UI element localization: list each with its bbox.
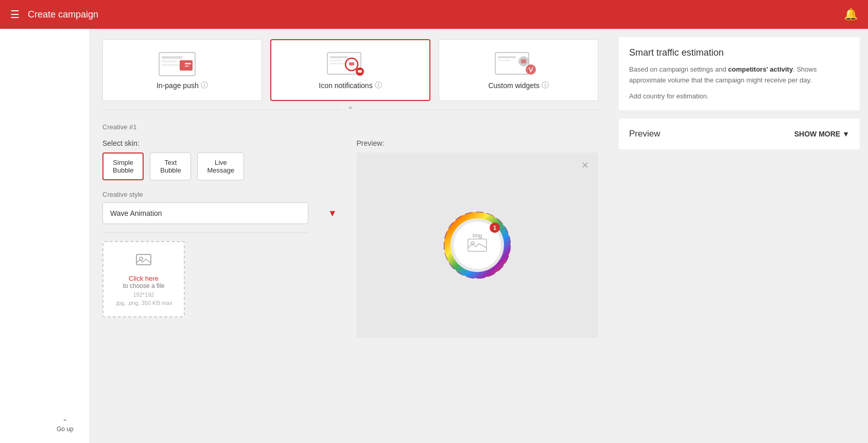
preview-section: Preview: ✕ [357,139,599,338]
skin-simple-bubble-button[interactable]: SimpleBubble [102,152,144,180]
page-wrapper: In-page push ⓘ Icon notifications [0,29,868,443]
skin-live-message-button[interactable]: LiveMessage [197,152,244,180]
bell-icon[interactable]: 🔔 [844,8,858,21]
preview-panel-row: Preview SHOW MORE ▼ [629,129,849,139]
wave-ring-svg: Img 1 [441,209,513,281]
go-up-button[interactable]: ⌃ Go up [57,418,74,433]
preview-panel-title: Preview [629,129,660,139]
upload-size-text: 192*192 [114,292,173,298]
creative-style-label: Creative style [102,191,344,198]
preview-panel-card: Preview SHOW MORE ▼ [619,118,860,149]
in-page-push-info-icon[interactable]: ⓘ [201,81,208,90]
svg-rect-14 [358,70,362,73]
upload-divider [102,232,308,233]
upload-icon [114,252,173,270]
hamburger-icon[interactable]: ☰ [10,8,20,21]
svg-rect-19 [521,59,526,63]
in-page-push-label: In-page push ⓘ [157,81,208,90]
wave-animation-preview: Img 1 [441,209,513,281]
right-panel: Smart traffic estimation Based on campai… [611,29,868,443]
svg-rect-2 [162,60,177,62]
upload-area[interactable]: Click here to choose a file 192*192 .jpg… [102,241,185,317]
section-divider-row: ⌃ [102,105,598,115]
app-header: ☰ Create campaign 🔔 [0,0,868,29]
campaign-type-in-page-push[interactable]: In-page push ⓘ [102,39,262,101]
creative-section-label: Creative #1 [102,123,598,131]
skin-buttons-row: SimpleBubble TextBubble LiveMessage [102,152,344,180]
traffic-card-description: Based on campaign settings and competito… [629,64,849,86]
add-country-text: Add country for estimation. [629,92,849,100]
page-title: Create campaign [28,9,98,20]
creative-layout: Select skin: SimpleBubble TextBubble Liv… [102,139,598,338]
header-left: ☰ Create campaign [10,8,98,21]
svg-rect-12 [349,62,354,65]
custom-widgets-label: Custom widgets ⓘ [488,81,549,90]
preview-close-icon[interactable]: ✕ [581,160,589,171]
campaign-type-row: In-page push ⓘ Icon notifications [102,39,598,101]
svg-text:1: 1 [493,225,496,231]
icon-notifications-icon [325,50,376,81]
divider-left [102,110,341,110]
show-more-button[interactable]: SHOW MORE ▼ [794,130,849,138]
creative-style-select[interactable]: Wave Animation Static Pulse Bounce [102,202,308,224]
campaign-type-icon-notifications[interactable]: Icon notifications ⓘ [270,39,431,101]
svg-rect-21 [136,254,151,265]
custom-widgets-icon [493,50,544,81]
svg-rect-3 [162,64,180,66]
svg-point-20 [526,64,536,75]
sidebar [0,29,90,443]
in-page-push-icon [157,50,208,81]
icon-notifications-label: Icon notifications ⓘ [319,81,381,90]
svg-rect-16 [498,56,516,58]
creative-controls: Select skin: SimpleBubble TextBubble Liv… [102,139,344,338]
go-up-label: Go up [57,425,74,433]
svg-rect-17 [498,60,511,61]
upload-click-text: Click here [114,275,173,282]
svg-rect-1 [162,56,182,59]
go-up-chevron-icon: ⌃ [62,418,67,425]
skin-label: Select skin: [102,139,344,147]
skin-text-bubble-button[interactable]: TextBubble [150,152,191,180]
main-content: In-page push ⓘ Icon notifications [90,29,611,443]
creative-style-dropdown: Wave Animation Static Pulse Bounce ▼ [102,202,344,224]
svg-rect-5 [185,63,191,64]
custom-widgets-info-icon[interactable]: ⓘ [542,81,549,90]
svg-rect-6 [185,65,189,67]
icon-notifications-info-icon[interactable]: ⓘ [375,81,382,90]
preview-box: ✕ [357,152,599,338]
divider-right [360,110,598,110]
upload-sub-text: to choose a file [114,282,173,289]
preview-label: Preview: [357,139,599,147]
svg-rect-8 [330,56,348,58]
show-more-chevron-icon: ▼ [842,130,849,138]
traffic-card-title: Smart traffic estimation [629,47,849,58]
collapse-chevron-icon[interactable]: ⌃ [341,105,360,115]
svg-text:Img: Img [473,232,482,238]
svg-rect-10 [330,63,345,64]
campaign-type-custom-widgets[interactable]: Custom widgets ⓘ [439,39,598,101]
dropdown-arrow-icon: ▼ [328,208,337,219]
traffic-estimation-card: Smart traffic estimation Based on campai… [619,37,860,110]
svg-rect-9 [330,60,343,61]
upload-format-text: .jpg, .png, 350 KB max [114,300,173,306]
